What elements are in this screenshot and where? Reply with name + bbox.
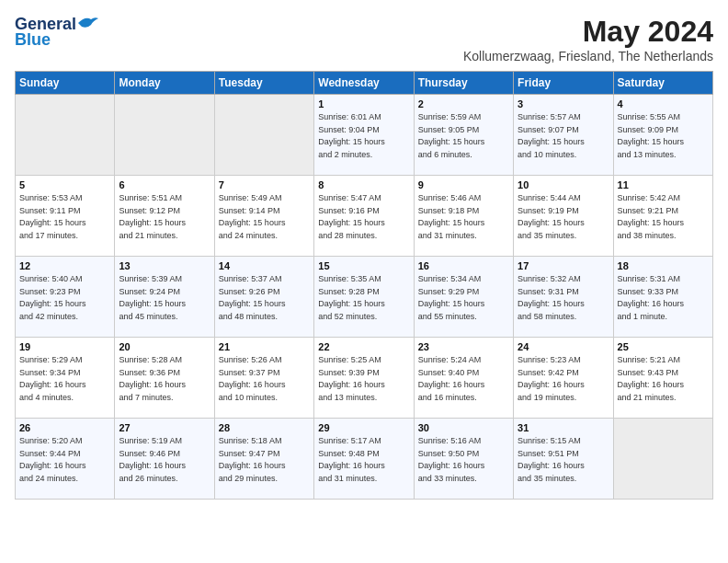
day-number: 7: [219, 179, 310, 190]
calendar-cell: [214, 95, 313, 176]
day-number: 16: [418, 260, 509, 271]
day-number: 29: [318, 422, 409, 433]
calendar-cell: 15Sunrise: 5:35 AMSunset: 9:28 PMDayligh…: [314, 257, 414, 338]
day-number: 28: [219, 422, 310, 433]
day-info: Sunrise: 5:51 AMSunset: 9:12 PMDaylight:…: [119, 192, 210, 242]
location-subtitle: Kollumerzwaag, Friesland, The Netherland…: [463, 49, 713, 63]
day-info: Sunrise: 5:39 AMSunset: 9:24 PMDaylight:…: [119, 273, 210, 323]
day-info: Sunrise: 5:59 AMSunset: 9:05 PMDaylight:…: [418, 111, 509, 161]
day-number: 24: [518, 341, 609, 352]
day-info: Sunrise: 5:53 AMSunset: 9:11 PMDaylight:…: [19, 192, 110, 242]
calendar-cell: 8Sunrise: 5:47 AMSunset: 9:16 PMDaylight…: [314, 176, 414, 257]
calendar-body: 1Sunrise: 6:01 AMSunset: 9:04 PMDaylight…: [16, 95, 713, 500]
calendar-cell: [115, 95, 214, 176]
day-number: 25: [618, 341, 709, 352]
day-info: Sunrise: 5:19 AMSunset: 9:46 PMDaylight:…: [119, 435, 210, 485]
day-info: Sunrise: 5:44 AMSunset: 9:19 PMDaylight:…: [518, 192, 609, 242]
day-number: 1: [318, 98, 409, 109]
header-saturday: Saturday: [613, 72, 712, 95]
logo-bird-icon: [78, 16, 98, 30]
day-info: Sunrise: 5:40 AMSunset: 9:23 PMDaylight:…: [19, 273, 110, 323]
day-number: 19: [19, 341, 110, 352]
calendar-cell: 20Sunrise: 5:28 AMSunset: 9:36 PMDayligh…: [115, 338, 214, 419]
day-info: Sunrise: 5:42 AMSunset: 9:21 PMDaylight:…: [618, 192, 709, 242]
calendar-cell: 9Sunrise: 5:46 AMSunset: 9:18 PMDaylight…: [414, 176, 513, 257]
calendar-cell: 7Sunrise: 5:49 AMSunset: 9:14 PMDaylight…: [214, 176, 313, 257]
day-info: Sunrise: 5:46 AMSunset: 9:18 PMDaylight:…: [418, 192, 509, 242]
day-info: Sunrise: 5:24 AMSunset: 9:40 PMDaylight:…: [418, 354, 509, 404]
header-tuesday: Tuesday: [214, 72, 313, 95]
calendar-cell: 19Sunrise: 5:29 AMSunset: 9:34 PMDayligh…: [16, 338, 115, 419]
day-info: Sunrise: 5:16 AMSunset: 9:50 PMDaylight:…: [418, 435, 509, 485]
calendar-cell: 10Sunrise: 5:44 AMSunset: 9:19 PMDayligh…: [514, 176, 613, 257]
header-wednesday: Wednesday: [314, 72, 414, 95]
day-info: Sunrise: 6:01 AMSunset: 9:04 PMDaylight:…: [318, 111, 409, 161]
day-number: 21: [219, 341, 310, 352]
calendar-cell: 5Sunrise: 5:53 AMSunset: 9:11 PMDaylight…: [16, 176, 115, 257]
day-number: 27: [119, 422, 210, 433]
calendar-table: SundayMondayTuesdayWednesdayThursdayFrid…: [15, 71, 713, 500]
calendar-cell: 24Sunrise: 5:23 AMSunset: 9:42 PMDayligh…: [514, 338, 613, 419]
calendar-cell: 28Sunrise: 5:18 AMSunset: 9:47 PMDayligh…: [214, 419, 313, 500]
calendar-cell: 11Sunrise: 5:42 AMSunset: 9:21 PMDayligh…: [613, 176, 712, 257]
calendar-header-row: SundayMondayTuesdayWednesdayThursdayFrid…: [16, 72, 713, 95]
calendar-cell: 21Sunrise: 5:26 AMSunset: 9:37 PMDayligh…: [214, 338, 313, 419]
calendar-cell: 12Sunrise: 5:40 AMSunset: 9:23 PMDayligh…: [16, 257, 115, 338]
header-monday: Monday: [115, 72, 214, 95]
calendar-cell: [613, 419, 712, 500]
day-number: 30: [418, 422, 509, 433]
calendar-cell: 13Sunrise: 5:39 AMSunset: 9:24 PMDayligh…: [115, 257, 214, 338]
day-number: 8: [318, 179, 409, 190]
calendar-cell: [16, 95, 115, 176]
day-number: 20: [119, 341, 210, 352]
day-number: 4: [618, 98, 709, 109]
calendar-cell: 23Sunrise: 5:24 AMSunset: 9:40 PMDayligh…: [414, 338, 513, 419]
calendar-cell: 1Sunrise: 6:01 AMSunset: 9:04 PMDaylight…: [314, 95, 414, 176]
day-info: Sunrise: 5:57 AMSunset: 9:07 PMDaylight:…: [518, 111, 609, 161]
calendar-cell: 6Sunrise: 5:51 AMSunset: 9:12 PMDaylight…: [115, 176, 214, 257]
day-number: 13: [119, 260, 210, 271]
day-info: Sunrise: 5:55 AMSunset: 9:09 PMDaylight:…: [618, 111, 709, 161]
calendar-row-2: 12Sunrise: 5:40 AMSunset: 9:23 PMDayligh…: [16, 257, 713, 338]
day-info: Sunrise: 5:47 AMSunset: 9:16 PMDaylight:…: [318, 192, 409, 242]
calendar-cell: 27Sunrise: 5:19 AMSunset: 9:46 PMDayligh…: [115, 419, 214, 500]
calendar-cell: 31Sunrise: 5:15 AMSunset: 9:51 PMDayligh…: [514, 419, 613, 500]
calendar-cell: 2Sunrise: 5:59 AMSunset: 9:05 PMDaylight…: [414, 95, 513, 176]
day-info: Sunrise: 5:49 AMSunset: 9:14 PMDaylight:…: [219, 192, 310, 242]
month-title: May 2024: [463, 15, 713, 49]
day-info: Sunrise: 5:37 AMSunset: 9:26 PMDaylight:…: [219, 273, 310, 323]
day-info: Sunrise: 5:26 AMSunset: 9:37 PMDaylight:…: [219, 354, 310, 404]
calendar-cell: 26Sunrise: 5:20 AMSunset: 9:44 PMDayligh…: [16, 419, 115, 500]
logo: General Blue: [15, 15, 98, 50]
calendar-cell: 18Sunrise: 5:31 AMSunset: 9:33 PMDayligh…: [613, 257, 712, 338]
day-info: Sunrise: 5:29 AMSunset: 9:34 PMDaylight:…: [19, 354, 110, 404]
day-number: 26: [19, 422, 110, 433]
page-header: General Blue May 2024 Kollumerzwaag, Fri…: [15, 15, 713, 63]
day-info: Sunrise: 5:20 AMSunset: 9:44 PMDaylight:…: [19, 435, 110, 485]
day-number: 3: [518, 98, 609, 109]
day-number: 31: [518, 422, 609, 433]
day-info: Sunrise: 5:18 AMSunset: 9:47 PMDaylight:…: [219, 435, 310, 485]
day-info: Sunrise: 5:23 AMSunset: 9:42 PMDaylight:…: [518, 354, 609, 404]
day-number: 9: [418, 179, 509, 190]
day-number: 12: [19, 260, 110, 271]
day-number: 18: [618, 260, 709, 271]
calendar-cell: 3Sunrise: 5:57 AMSunset: 9:07 PMDaylight…: [514, 95, 613, 176]
day-number: 5: [19, 179, 110, 190]
day-info: Sunrise: 5:31 AMSunset: 9:33 PMDaylight:…: [618, 273, 709, 323]
day-number: 6: [119, 179, 210, 190]
calendar-cell: 29Sunrise: 5:17 AMSunset: 9:48 PMDayligh…: [314, 419, 414, 500]
day-info: Sunrise: 5:32 AMSunset: 9:31 PMDaylight:…: [518, 273, 609, 323]
day-number: 22: [318, 341, 409, 352]
day-number: 2: [418, 98, 509, 109]
header-sunday: Sunday: [16, 72, 115, 95]
day-info: Sunrise: 5:35 AMSunset: 9:28 PMDaylight:…: [318, 273, 409, 323]
day-number: 10: [518, 179, 609, 190]
calendar-row-3: 19Sunrise: 5:29 AMSunset: 9:34 PMDayligh…: [16, 338, 713, 419]
calendar-cell: 17Sunrise: 5:32 AMSunset: 9:31 PMDayligh…: [514, 257, 613, 338]
day-info: Sunrise: 5:28 AMSunset: 9:36 PMDaylight:…: [119, 354, 210, 404]
calendar-cell: 16Sunrise: 5:34 AMSunset: 9:29 PMDayligh…: [414, 257, 513, 338]
header-thursday: Thursday: [414, 72, 513, 95]
day-number: 15: [318, 260, 409, 271]
day-number: 11: [618, 179, 709, 190]
